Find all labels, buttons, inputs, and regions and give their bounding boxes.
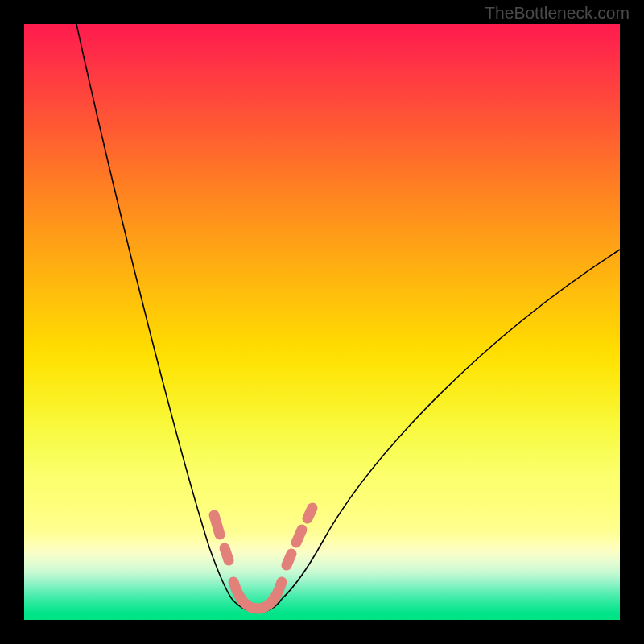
marker-5 [308, 508, 312, 518]
left-curve [76, 24, 232, 599]
marker-4 [296, 530, 302, 543]
marker-valley [233, 582, 282, 609]
marker-2 [225, 548, 229, 560]
curves-svg [24, 24, 620, 620]
right-curve [282, 250, 620, 599]
watermark: TheBottleneck.com [485, 3, 630, 23]
marker-3 [287, 554, 291, 565]
chart-container: TheBottleneck.com [0, 0, 644, 644]
plot-area [24, 24, 620, 620]
marker-1 [214, 515, 220, 535]
